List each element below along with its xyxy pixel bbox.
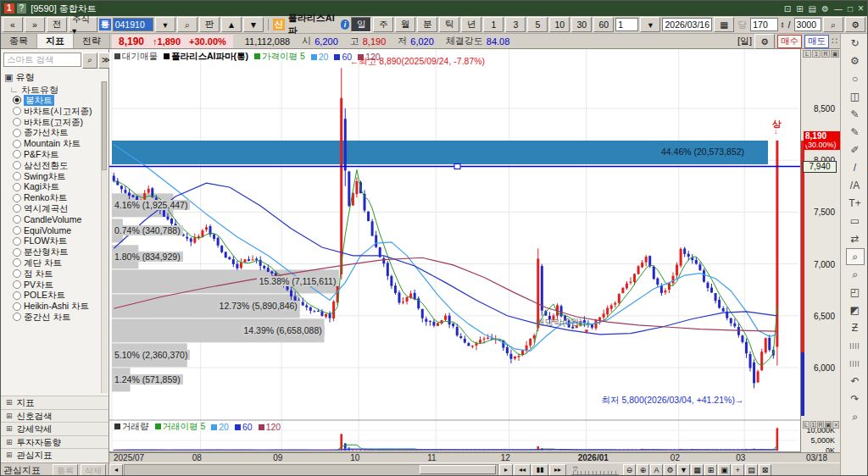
filter-button[interactable]: ▼: [677, 464, 690, 476]
ellipse-tool-icon[interactable]: ○: [846, 70, 865, 87]
chart-type-option[interactable]: Kagi차트: [13, 181, 101, 192]
next-item-button[interactable]: ▼: [243, 17, 264, 32]
layout-button[interactable]: ▣: [718, 464, 731, 476]
pane-control-button[interactable]: ×: [832, 421, 839, 429]
chart-type-option[interactable]: 계단 차트: [13, 257, 101, 268]
zoom-in-tool-icon[interactable]: ⌕: [846, 248, 865, 265]
history-forward-button[interactable]: »: [25, 17, 45, 32]
sidebar-section-신호검색[interactable]: ⊞신호검색: [1, 409, 108, 423]
list-button[interactable]: ▤: [745, 464, 758, 476]
help-icon[interactable]: ?: [17, 3, 27, 14]
expand-button[interactable]: ⊠: [759, 464, 771, 476]
chart-type-option[interactable]: 점 차트: [13, 268, 101, 280]
period-tick-button[interactable]: 틱: [439, 17, 459, 32]
chart-type-option[interactable]: Swing차트: [13, 171, 101, 182]
code-dropdown-button[interactable]: ▾: [155, 17, 175, 32]
delete-button[interactable]: 삭제: [81, 464, 106, 476]
pane-control-button[interactable]: R: [821, 50, 830, 58]
chart-type-option[interactable]: Renko차트: [13, 192, 101, 203]
slider-handle[interactable]: ▽: [573, 466, 577, 473]
sidebar-scrollbar[interactable]: [101, 81, 108, 393]
time-axis[interactable]: 2025/0708091011122026/01020303/18: [109, 452, 840, 462]
main-pane-controls[interactable]: L1R▣: [803, 50, 839, 58]
period-minute-button[interactable]: 분: [417, 17, 437, 32]
zoom-out-button[interactable]: ⊖: [623, 464, 636, 476]
grid-button[interactable]: ▦: [691, 464, 704, 476]
pane-control-button[interactable]: R: [817, 421, 824, 429]
code-input[interactable]: 041910: [113, 18, 153, 31]
sidebar-tab-1[interactable]: 종목: [1, 34, 37, 48]
expand-icon[interactable]: ⊞: [6, 410, 13, 423]
pane-control-button[interactable]: ▣: [825, 421, 832, 429]
chart-type-option[interactable]: EquiVolume: [13, 225, 101, 236]
add-button[interactable]: +: [732, 464, 744, 476]
chart-type-option[interactable]: POLE차트: [13, 290, 101, 301]
search-icon[interactable]: ⌕: [846, 408, 865, 425]
sidebar-section-강세약세[interactable]: ⊞강세약세: [1, 422, 108, 435]
auto-trendline-icon[interactable]: /A: [846, 177, 865, 194]
pencil-tool-icon[interactable]: ✎: [846, 106, 865, 123]
chart-type-option[interactable]: 삼선전환도: [13, 160, 101, 171]
zoom-in-button[interactable]: ⊕: [637, 464, 649, 476]
text-tool-icon[interactable]: T+: [846, 195, 865, 212]
info-settings-button[interactable]: ⚙: [754, 34, 775, 49]
code-search-button[interactable]: ⌕: [177, 17, 198, 32]
interval-5-button[interactable]: 5: [527, 17, 548, 32]
redo-icon[interactable]: ↷: [846, 390, 865, 407]
chart-type-option[interactable]: P&F차트: [13, 149, 101, 160]
trendline-tool-icon[interactable]: /: [846, 159, 865, 176]
interval-1-button[interactable]: 1: [483, 17, 504, 32]
quote-toggle-icon[interactable]: ∷: [832, 36, 837, 47]
sidebar-tab-2[interactable]: 지표: [37, 34, 74, 48]
total-count-input[interactable]: 3000: [794, 18, 821, 31]
pane-control-button[interactable]: 1: [812, 50, 821, 58]
chart-type-option[interactable]: 중간선 차트: [13, 312, 101, 323]
chart-type-option[interactable]: 바차트(고저종): [13, 117, 101, 128]
register-button[interactable]: 등록: [53, 464, 78, 476]
period-day-button[interactable]: 일: [351, 17, 371, 32]
sell-button[interactable]: 매도: [804, 35, 829, 48]
calendar-button[interactable]: ▦: [714, 17, 734, 32]
sidebar-section-지표[interactable]: ⊞지표: [1, 396, 108, 409]
pane-control-button[interactable]: L: [803, 421, 810, 429]
buy-button[interactable]: 매수: [777, 35, 802, 48]
period-year-button[interactable]: 년: [461, 17, 481, 32]
expand-icon[interactable]: ⊞: [6, 423, 13, 435]
pause-button[interactable]: ▮▮: [531, 464, 548, 476]
asset-type-select[interactable]: 주식 ▾: [69, 17, 97, 32]
search-input[interactable]: 스마트 검색: [3, 53, 81, 67]
sidebar-section-투자자동향[interactable]: ⊞투자자동향: [1, 435, 108, 449]
add-pane-button[interactable]: ⊞: [704, 464, 717, 476]
interval-3-button[interactable]: 3: [505, 17, 526, 32]
undo-icon[interactable]: ↶: [846, 373, 865, 390]
settings-icon[interactable]: ⚙: [846, 53, 865, 69]
eraser-tool-icon[interactable]: ▭: [846, 213, 865, 230]
window-settings-icon[interactable]: ⚙: [821, 4, 829, 14]
expand-icon[interactable]: ⊞: [6, 396, 13, 409]
candle-count-input[interactable]: 170: [750, 18, 777, 31]
period-month-button[interactable]: 월: [395, 17, 415, 32]
chart-type-option[interactable]: 봉차트: [13, 95, 101, 106]
chart-canvas[interactable]: 대기매물폴라리스AI파마(통)가격이평 52060120거래량거래이평 5206…: [109, 49, 800, 452]
always-on-top-icon[interactable]: ⊡: [784, 4, 791, 14]
search-button[interactable]: ⌕: [82, 53, 97, 69]
minimize-button[interactable]: —: [834, 4, 843, 14]
maximize-button[interactable]: □: [848, 4, 853, 14]
move-tool-icon[interactable]: ⇄: [846, 230, 865, 247]
grid-lines-icon[interactable]: ||||: [846, 337, 865, 354]
chart-type-option[interactable]: FLOW차트: [13, 235, 101, 246]
chart-scrollbar[interactable]: [124, 464, 498, 476]
board-icon[interactable]: ▤: [809, 4, 816, 14]
expand-icon[interactable]: ⊞: [6, 436, 13, 449]
date-input[interactable]: 2026/03/16: [662, 18, 712, 31]
draw-tool-icon[interactable]: ✐: [846, 141, 865, 158]
history-back-button[interactable]: «: [3, 17, 23, 32]
expand-icon[interactable]: ⊞: [6, 449, 13, 462]
pattern-tool-icon[interactable]: ◩: [846, 302, 865, 318]
close-button[interactable]: ×: [858, 3, 864, 14]
speed-slider[interactable]: ▽: [571, 466, 619, 475]
chart-type-option[interactable]: Mountain 차트: [13, 138, 101, 149]
chart-type-option[interactable]: 분산형차트: [13, 246, 101, 257]
pane-control-button[interactable]: L: [803, 50, 811, 58]
region-tool-icon[interactable]: ◰: [846, 284, 865, 301]
